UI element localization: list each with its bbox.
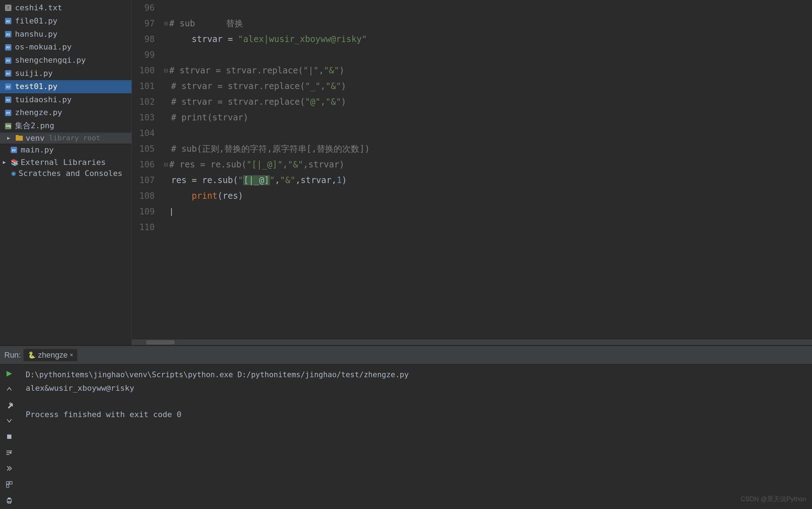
sidebar-item-jihe2[interactable]: img 集合2.png bbox=[0, 119, 132, 133]
py-icon: py bbox=[4, 109, 12, 117]
code-line-110 bbox=[164, 219, 812, 235]
code-line-108: print(res) bbox=[164, 188, 812, 204]
run-tab-label: zhengze bbox=[38, 350, 67, 360]
svg-rect-6 bbox=[6, 482, 9, 484]
run-toolbar: ▶ bbox=[0, 364, 19, 509]
sidebar-item-suiji[interactable]: py suiji.py bbox=[0, 67, 132, 80]
code-line-109 bbox=[164, 204, 812, 219]
svg-rect-1 bbox=[16, 135, 19, 137]
sidebar-item-zhengze[interactable]: py zhengze.py bbox=[0, 106, 132, 119]
fold-icon[interactable]: ⊟ bbox=[164, 157, 168, 172]
run-down-button[interactable] bbox=[3, 415, 16, 427]
sidebar-item-label: os-mokuai.py bbox=[15, 42, 72, 53]
run-up-button[interactable] bbox=[3, 383, 16, 395]
svg-rect-10 bbox=[8, 498, 11, 499]
sidebar-item-label: shengchengqi.py bbox=[15, 55, 86, 66]
sidebar-item-label: tuidaoshi.py bbox=[15, 94, 72, 105]
sidebar-venv-label: venv bbox=[26, 134, 45, 142]
code-line-105: # sub(正则,替换的字符,原字符串[,替换的次数]) bbox=[164, 141, 812, 157]
dir-icon bbox=[16, 134, 23, 142]
py-icon: py bbox=[4, 57, 12, 64]
main-area: T ceshi4.txt py file01.py py hanshu.py p… bbox=[0, 0, 812, 345]
code-line-101: # strvar = strvar.replace("_","&") bbox=[164, 78, 812, 94]
sidebar-item-label: main.py bbox=[21, 145, 54, 156]
output-line-cmd: D:\pythonitems\jinghao\venv\Scripts\pyth… bbox=[26, 369, 805, 381]
sidebar-item-label: suiji.py bbox=[15, 68, 53, 79]
editor-area: 96 97 98 99 100 101 102 103 104 105 106 … bbox=[132, 0, 812, 345]
svg-rect-2 bbox=[7, 435, 11, 439]
sidebar-item-label: zhengze.py bbox=[15, 107, 62, 118]
watermark: CSDN @景天说Python bbox=[741, 495, 806, 503]
code-line-96 bbox=[164, 0, 812, 16]
run-play-button[interactable]: ▶ bbox=[3, 367, 16, 379]
sidebar-item-ceshi4[interactable]: T ceshi4.txt bbox=[0, 1, 132, 15]
wrap-button[interactable] bbox=[3, 447, 16, 458]
sidebar-item-label: ceshi4.txt bbox=[15, 2, 62, 14]
py-icon: py bbox=[4, 96, 12, 104]
sidebar-scratches-label: Scratches and Consoles bbox=[19, 169, 122, 178]
code-line-97: ⊟ # sub 替换 bbox=[164, 16, 812, 31]
chevron-right-icon: ▶ bbox=[3, 159, 9, 165]
sidebar-item-test01[interactable]: py test01.py bbox=[0, 80, 132, 93]
sidebar-item-external-libraries[interactable]: ▶ 📚 External Libraries bbox=[0, 157, 132, 168]
run-label: Run: bbox=[4, 350, 21, 360]
scratches-icon: ◉ bbox=[11, 169, 16, 177]
code-container: 96 97 98 99 100 101 102 103 104 105 106 … bbox=[132, 0, 812, 339]
txt-icon: T bbox=[4, 4, 12, 12]
sidebar-item-label: file01.py bbox=[15, 16, 57, 27]
code-line-103: # print(strvar) bbox=[164, 110, 812, 125]
line-numbers: 96 97 98 99 100 101 102 103 104 105 106 … bbox=[132, 0, 160, 339]
py-icon: py bbox=[4, 83, 12, 90]
sidebar-item-tuidaoshi[interactable]: py tuidaoshi.py bbox=[0, 93, 132, 107]
sidebar-item-file01[interactable]: py file01.py bbox=[0, 15, 132, 28]
sidebar-item-label: 集合2.png bbox=[15, 120, 54, 131]
code-line-107: res = re.sub("[|_@]","&",strvar,1) bbox=[164, 172, 812, 188]
code-line-99 bbox=[164, 47, 812, 63]
sidebar-item-osmokuai[interactable]: py os-mokuai.py bbox=[0, 41, 132, 54]
scrollbar-thumb[interactable] bbox=[146, 340, 175, 344]
run-tab-zhengze[interactable]: 🐍 zhengze × bbox=[24, 349, 77, 361]
run-body: ▶ bbox=[0, 364, 812, 509]
output-line-blank bbox=[26, 395, 805, 408]
code-line-102: # strvar = strvar.replace("@","&") bbox=[164, 94, 812, 110]
svg-rect-7 bbox=[10, 482, 12, 484]
multi-screen-button[interactable] bbox=[3, 479, 16, 490]
run-tab-bar: Run: 🐍 zhengze × bbox=[0, 346, 812, 364]
print-button[interactable] bbox=[3, 494, 16, 506]
fold-icon[interactable]: ⊟ bbox=[164, 16, 168, 31]
code-line-100: ⊟ # strvar = strvar.replace("|","&") bbox=[164, 63, 812, 78]
external-libraries-icon: 📚 bbox=[11, 159, 19, 166]
text-cursor bbox=[171, 208, 172, 216]
run-output: D:\pythonitems\jinghao\venv\Scripts\pyth… bbox=[19, 364, 812, 509]
code-content[interactable]: ⊟ # sub 替换 strvar = "alex|wusir_xboyww@r… bbox=[160, 0, 812, 339]
sidebar-item-label: hanshu.py bbox=[15, 29, 57, 40]
sidebar: T ceshi4.txt py file01.py py hanshu.py p… bbox=[0, 0, 132, 345]
chevron-right-icon: ▶ bbox=[7, 135, 13, 141]
svg-rect-8 bbox=[6, 485, 9, 487]
code-line-106: ⊟ # res = re.sub("[|_@]","&",strvar) bbox=[164, 157, 812, 172]
scroll-end-button[interactable] bbox=[3, 463, 16, 474]
sidebar-item-venv[interactable]: ▶ venv library root bbox=[0, 133, 132, 144]
fold-icon[interactable]: ⊟ bbox=[164, 63, 168, 78]
horizontal-scrollbar[interactable] bbox=[132, 339, 812, 345]
output-line-exit: Process finished with exit code 0 bbox=[26, 408, 805, 421]
library-root-label: library root bbox=[49, 134, 101, 142]
code-line-104 bbox=[164, 125, 812, 141]
py-icon: py bbox=[4, 30, 12, 38]
wrench-button[interactable] bbox=[3, 399, 16, 411]
close-tab-button[interactable]: × bbox=[70, 352, 73, 358]
sidebar-item-shengchengqi[interactable]: py shengchengqi.py bbox=[0, 54, 132, 67]
stop-button[interactable] bbox=[3, 431, 16, 443]
python-run-icon: 🐍 bbox=[28, 351, 36, 359]
sidebar-item-scratches[interactable]: ◉ Scratches and Consoles bbox=[0, 168, 132, 179]
py-icon: py bbox=[10, 146, 18, 154]
sidebar-item-label: test01.py bbox=[15, 81, 57, 92]
code-line-98: strvar = "alex|wusir_xboyww@risky" bbox=[164, 31, 812, 47]
run-panel: Run: 🐍 zhengze × ▶ bbox=[0, 345, 812, 509]
sidebar-item-main[interactable]: py main.py bbox=[0, 144, 132, 157]
png-icon: img bbox=[4, 122, 12, 130]
py-icon: py bbox=[4, 43, 12, 51]
py-icon: py bbox=[4, 17, 12, 25]
sidebar-external-label: External Libraries bbox=[21, 158, 106, 167]
sidebar-item-hanshu[interactable]: py hanshu.py bbox=[0, 28, 132, 41]
